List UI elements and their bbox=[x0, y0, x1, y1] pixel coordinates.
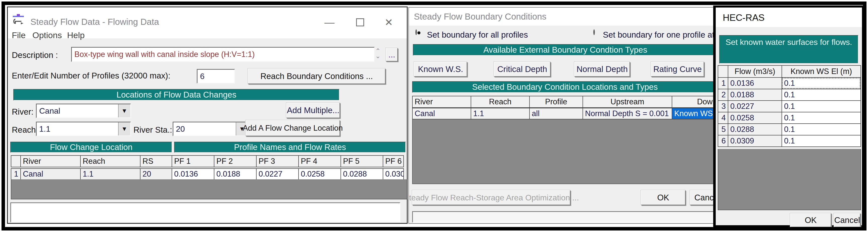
minimize-button[interactable]: — bbox=[321, 16, 338, 28]
reach-label: Reach: bbox=[12, 125, 38, 135]
normal-depth-button[interactable]: Normal Depth bbox=[574, 62, 630, 77]
cell-flow[interactable]: 0.0188 bbox=[728, 89, 782, 101]
river-value: Canal bbox=[37, 106, 118, 116]
table-row: 4 0.0258 0.1 bbox=[718, 112, 861, 124]
col-pf5: PF 5 bbox=[341, 155, 383, 167]
table-row: 1 0.0136 0.1 bbox=[718, 77, 861, 89]
description-label: Description : bbox=[12, 50, 58, 60]
col-pf1: PF 1 bbox=[172, 155, 214, 167]
group-header-profile-names: Profile Names and Flow Rates bbox=[174, 142, 406, 153]
row-number: 3 bbox=[718, 100, 728, 112]
corner-cell bbox=[718, 65, 728, 78]
col-rs: RS bbox=[140, 155, 172, 167]
col-flow: Flow (m3/s) bbox=[728, 65, 782, 78]
add-flow-change-location-button[interactable]: Add A Flow Change Location bbox=[246, 120, 340, 136]
row-number: 5 bbox=[718, 123, 728, 136]
col-known-ws-el: Known WS El (m) bbox=[781, 65, 861, 78]
description-ellipsis-button[interactable]: ... bbox=[386, 48, 398, 62]
notes-area[interactable] bbox=[10, 202, 400, 223]
selected-locations-header: Selected Boundary Condition Locations an… bbox=[412, 81, 718, 93]
empty-table-area bbox=[412, 119, 718, 184]
cell-downstream-selected[interactable]: Known WS bbox=[672, 108, 719, 119]
cell-reach[interactable]: 1.1 bbox=[471, 108, 530, 119]
description-spinner[interactable]: ⌃ ⌄ bbox=[375, 48, 381, 59]
chevron-down-icon[interactable]: ▼ bbox=[118, 104, 130, 117]
cell-profile[interactable]: all bbox=[529, 108, 583, 119]
bc-table-row: Canal 1.1 all Normal Depth S = 0.001 Kno… bbox=[412, 108, 719, 119]
col-downstream: Down bbox=[672, 96, 719, 108]
menu-options[interactable]: Options bbox=[32, 30, 62, 40]
col-reach: Reach bbox=[80, 155, 141, 167]
reach-boundary-conditions-button[interactable]: Reach Boundary Conditions ... bbox=[248, 69, 385, 84]
cell-rs[interactable]: 20 bbox=[140, 168, 172, 180]
row-number: 6 bbox=[718, 135, 728, 147]
river-label: River: bbox=[12, 107, 33, 117]
status-bar bbox=[412, 211, 718, 223]
ok-button[interactable]: OK bbox=[641, 190, 686, 205]
cell-pf5[interactable]: 0.0288 bbox=[341, 168, 383, 180]
table-row: 3 0.0227 0.1 bbox=[718, 100, 861, 112]
description-value: Box-type wing wall with canal inside slo… bbox=[72, 50, 255, 59]
cancel-button[interactable]: Cancel bbox=[834, 213, 861, 227]
ws-table-header-row: Flow (m3/s) Known WS El (m) bbox=[718, 65, 861, 78]
cell-flow[interactable]: 0.0258 bbox=[728, 112, 782, 124]
cell-pf1[interactable]: 0.0136 bbox=[172, 168, 214, 180]
cell-river[interactable]: Canal bbox=[412, 108, 471, 119]
row-number: 4 bbox=[718, 112, 728, 124]
reach-dropdown[interactable]: 1.1 ▼ bbox=[36, 122, 131, 136]
cell-ws[interactable]: 0.1 bbox=[781, 89, 861, 101]
radio-one-profile[interactable] bbox=[593, 29, 595, 35]
rating-curve-button[interactable]: Rating Curve bbox=[651, 62, 704, 77]
chevron-down-icon[interactable]: ▼ bbox=[118, 122, 130, 136]
table-row: 6 0.0309 0.1 bbox=[718, 135, 861, 147]
maximize-button[interactable] bbox=[352, 16, 368, 28]
cell-pf6[interactable]: 0.0309 bbox=[383, 168, 404, 180]
radio-all-profiles-label[interactable]: Set boundary for all profiles bbox=[427, 30, 528, 40]
close-button[interactable]: ✕ bbox=[381, 16, 397, 28]
river-sta-value: 20 bbox=[174, 124, 236, 134]
maximize-icon bbox=[356, 18, 364, 26]
cell-ws[interactable]: 0.1 bbox=[781, 77, 861, 89]
reach-value: 1.1 bbox=[37, 124, 118, 134]
cell-flow[interactable]: 0.0136 bbox=[728, 77, 782, 89]
add-multiple-button[interactable]: Add Multiple... bbox=[286, 103, 340, 118]
critical-depth-button[interactable]: Critical Depth bbox=[494, 62, 551, 77]
cell-pf2[interactable]: 0.0188 bbox=[214, 168, 256, 180]
table-row: 2 0.0188 0.1 bbox=[718, 89, 861, 101]
window-boundary-conditions: Steady Flow Boundary Conditions Set boun… bbox=[408, 7, 719, 224]
profiles-input[interactable]: 6 bbox=[197, 69, 235, 83]
row-number: 1 bbox=[718, 77, 728, 89]
river-dropdown[interactable]: Canal ▼ bbox=[36, 104, 131, 118]
ws-table-body: 1 0.0136 0.1 2 0.0188 0.1 3 0.0227 0.1 4… bbox=[718, 77, 861, 147]
cell-upstream[interactable]: Normal Depth S = 0.001 bbox=[583, 108, 672, 119]
menu-file[interactable]: File bbox=[12, 30, 26, 40]
cell-flow[interactable]: 0.0288 bbox=[728, 123, 782, 136]
table-row: 5 0.0288 0.1 bbox=[718, 123, 861, 136]
ok-button[interactable]: OK bbox=[790, 213, 831, 227]
cell-pf3[interactable]: 0.0227 bbox=[256, 168, 299, 180]
river-sta-dropdown[interactable]: 20 ▼ bbox=[173, 122, 249, 136]
cell-flow[interactable]: 0.0227 bbox=[728, 100, 782, 112]
cell-ws[interactable]: 0.1 bbox=[781, 123, 861, 136]
description-input[interactable]: Box-type wing wall with canal inside slo… bbox=[71, 47, 375, 62]
steady-flow-icon bbox=[12, 13, 26, 26]
group-header-flow-change-location: Flow Change Location bbox=[10, 142, 172, 153]
cell-river[interactable]: Canal bbox=[20, 168, 81, 180]
cell-ws[interactable]: 0.1 bbox=[781, 135, 861, 147]
window-hec-ras: HEC-RAS Set known water surfaces for flo… bbox=[713, 5, 864, 228]
known-ws-header: Set known water surfaces for flows. bbox=[719, 35, 859, 64]
cell-reach[interactable]: 1.1 bbox=[80, 168, 141, 180]
cell-ws[interactable]: 0.1 bbox=[781, 100, 861, 112]
cell-flow[interactable]: 0.0309 bbox=[728, 135, 782, 147]
radio-one-profile-label[interactable]: Set boundary for one profile at a time bbox=[603, 30, 719, 40]
menu-help[interactable]: Help bbox=[67, 30, 85, 40]
known-ws-button[interactable]: Known W.S. bbox=[414, 62, 467, 77]
radio-all-profiles[interactable] bbox=[415, 29, 417, 35]
cell-pf4[interactable]: 0.0258 bbox=[298, 168, 341, 180]
col-pf2: PF 2 bbox=[214, 155, 256, 167]
optimization-button: Steady Flow Reach-Storage Area Optimizat… bbox=[412, 190, 570, 205]
river-sta-label: River Sta.: bbox=[133, 125, 172, 135]
cell-ws[interactable]: 0.1 bbox=[781, 112, 861, 124]
col-pf3: PF 3 bbox=[256, 155, 299, 167]
window-title: Steady Flow Data - Flowing Data bbox=[30, 17, 159, 27]
